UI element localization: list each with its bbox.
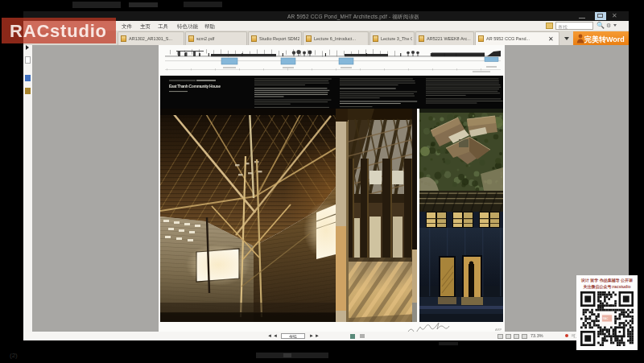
svg-text:East Thanh Community House: East Thanh Community House bbox=[169, 84, 221, 89]
svg-text:RAC: RAC bbox=[603, 317, 609, 320]
